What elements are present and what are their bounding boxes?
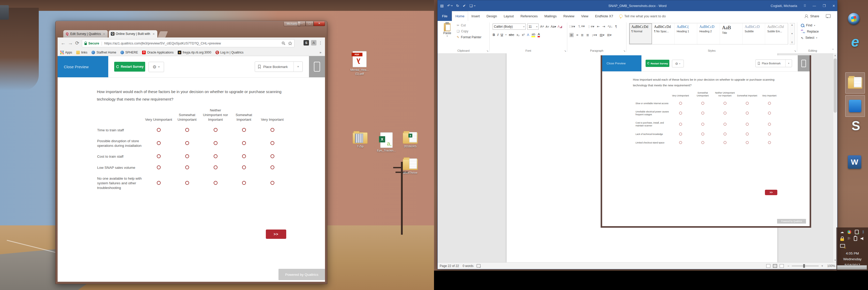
comment-icon[interactable] xyxy=(826,14,831,18)
tab-insert[interactable]: Insert xyxy=(468,11,483,21)
paste-button[interactable]: Paste ▾ xyxy=(440,23,454,37)
radio-button[interactable] xyxy=(157,166,161,169)
radio-button[interactable] xyxy=(723,112,726,115)
text-effects-icon[interactable]: A xyxy=(527,33,529,37)
partial-desktop-icon[interactable] xyxy=(0,5,9,20)
bookmarks-overflow-icon[interactable]: » xyxy=(319,50,321,54)
desktop-icon-folder-xl[interactable]: x2016ERS xyxy=(396,132,425,148)
word-minimize-icon[interactable]: — xyxy=(812,4,816,8)
tab-design[interactable]: Design xyxy=(483,11,500,21)
radio-button[interactable] xyxy=(214,128,218,132)
mobile-preview-icon[interactable] xyxy=(314,62,320,71)
subscript-icon[interactable]: x₂ xyxy=(517,33,520,37)
action-center-flag-icon[interactable]: ⚐ xyxy=(847,237,851,240)
bookmark-item[interactable]: OOracle Applications xyxy=(142,51,174,54)
tab-references[interactable]: References xyxy=(517,11,541,21)
desktop-icon-folder-doc[interactable]: aliveThrive xyxy=(396,159,425,175)
style-item[interactable]: AaBTitle xyxy=(720,23,743,44)
radio-button[interactable] xyxy=(271,166,274,169)
superscript-icon[interactable]: x² xyxy=(522,33,525,37)
align-right-icon[interactable]: ≣ xyxy=(581,33,584,37)
clear-formatting-icon[interactable]: A◢ xyxy=(557,25,562,28)
forward-icon[interactable]: → xyxy=(68,37,73,49)
bookmark-item[interactable]: Apps xyxy=(60,51,72,54)
cut-button[interactable]: ✂Cut xyxy=(457,24,481,27)
styles-scroll[interactable]: ▲▼⊼ xyxy=(789,23,795,45)
radio-button[interactable] xyxy=(185,141,189,145)
radio-button[interactable] xyxy=(214,154,218,158)
bullets-icon[interactable]: ∷≡▾ xyxy=(569,25,575,28)
close-button[interactable]: ✕ xyxy=(314,22,325,26)
styles-dialog-launcher[interactable]: ⇘ xyxy=(794,50,796,52)
grow-font-icon[interactable]: A˄ xyxy=(540,25,544,28)
numbering-icon[interactable]: ⒈≡▾ xyxy=(578,24,585,29)
tab-layout[interactable]: Layout xyxy=(500,11,517,21)
align-left-icon[interactable]: ≣ xyxy=(569,33,574,37)
word-shortcut-icon[interactable]: W xyxy=(847,153,862,171)
browser-tab[interactable]: QEdit Survey | Qualtrics Su✕ xyxy=(63,30,108,37)
justify-icon[interactable]: ≣ xyxy=(586,33,589,37)
zoom-slider-thumb[interactable] xyxy=(803,264,805,268)
app-tile-icon[interactable] xyxy=(845,95,865,117)
radio-button[interactable] xyxy=(271,154,274,158)
bookmark-dropdown[interactable]: ▼ xyxy=(293,62,303,71)
radio-button[interactable] xyxy=(242,166,246,169)
radio-button[interactable] xyxy=(271,181,274,185)
bold-icon[interactable]: B xyxy=(493,33,495,37)
font-dialog-launcher[interactable]: ⇘ xyxy=(564,50,566,52)
paragraph-dialog-launcher[interactable]: ⇘ xyxy=(623,50,625,52)
copy-button[interactable]: ❏Copy xyxy=(457,29,481,33)
onedrive-cloud-icon[interactable]: ☁ xyxy=(840,230,844,234)
font-color-icon[interactable]: A xyxy=(537,32,540,37)
desktop-icon-pdf[interactable]: PDFλMental_Hea...(1).pdf xyxy=(345,51,374,76)
taskbar-end-bar[interactable] xyxy=(837,265,867,269)
radio-button[interactable] xyxy=(157,181,161,185)
align-center-icon[interactable]: ≡ xyxy=(576,33,579,37)
radio-button[interactable] xyxy=(768,102,771,105)
restart-survey-button[interactable]: Restart Survey xyxy=(114,62,145,71)
bookmark-item[interactable]: Staffnet Home xyxy=(91,51,116,54)
style-item[interactable]: AaBbCcDd¶ Normal xyxy=(629,23,652,44)
word-restore-icon[interactable]: ❐ xyxy=(823,4,826,8)
radio-button[interactable] xyxy=(242,181,246,185)
zoom-percent[interactable]: 100% xyxy=(827,264,835,268)
minimize-button[interactable]: — xyxy=(297,22,306,26)
skype-icon[interactable]: S xyxy=(849,117,862,135)
radio-button[interactable] xyxy=(746,133,749,136)
scrollbar-thumb[interactable] xyxy=(834,58,837,113)
collapse-ribbon-icon[interactable]: ⌃ xyxy=(832,48,834,52)
network-warning-icon[interactable] xyxy=(840,244,845,248)
web-layout-icon[interactable] xyxy=(780,264,784,268)
radio-button[interactable] xyxy=(157,154,161,158)
highlight-color-icon[interactable]: ab xyxy=(531,32,535,37)
preview-options-button[interactable]: ⚙▼ xyxy=(149,62,164,72)
close-preview-button[interactable]: Close Preview xyxy=(58,56,108,77)
radio-button[interactable] xyxy=(702,133,704,136)
show-marks-icon[interactable]: ¶ xyxy=(615,25,617,28)
line-spacing-icon[interactable]: ↕≡▾ xyxy=(592,33,597,37)
radio-button[interactable] xyxy=(723,102,726,105)
tab-file[interactable]: File xyxy=(438,11,452,21)
radio-button[interactable] xyxy=(768,112,771,115)
format-painter-button[interactable]: ✎Format Painter xyxy=(457,35,481,39)
tab-close-icon[interactable]: ✕ xyxy=(152,33,155,35)
radio-button[interactable] xyxy=(214,141,218,145)
underline-icon[interactable]: U xyxy=(501,33,503,37)
new-tab-button[interactable] xyxy=(158,31,168,37)
decrease-indent-icon[interactable]: ⇤ xyxy=(597,25,600,28)
file-explorer-icon[interactable] xyxy=(845,72,865,93)
read-mode-icon[interactable] xyxy=(766,264,770,268)
share-button[interactable]: Share xyxy=(805,11,837,21)
radio-button[interactable] xyxy=(768,123,771,126)
radio-button[interactable] xyxy=(702,123,704,126)
zoom-out-icon[interactable] xyxy=(282,41,285,45)
radio-button[interactable] xyxy=(746,102,749,105)
place-bookmark-button[interactable]: Place Bookmark ▼ xyxy=(255,61,303,72)
bookmark-item[interactable]: ★freyja.rtp.rti.org:3000 xyxy=(178,51,211,54)
address-bar[interactable]: Secure | https://az1.qualtrics.com/jfe3/… xyxy=(82,39,294,47)
radio-button[interactable] xyxy=(214,181,218,185)
increase-indent-icon[interactable]: ⇥ xyxy=(602,25,605,28)
multilevel-list-icon[interactable]: ⋮≡▾ xyxy=(587,25,594,28)
replace-button[interactable]: ab→acReplace xyxy=(801,29,819,34)
sort-icon[interactable]: ᴬz↓ xyxy=(608,25,613,28)
